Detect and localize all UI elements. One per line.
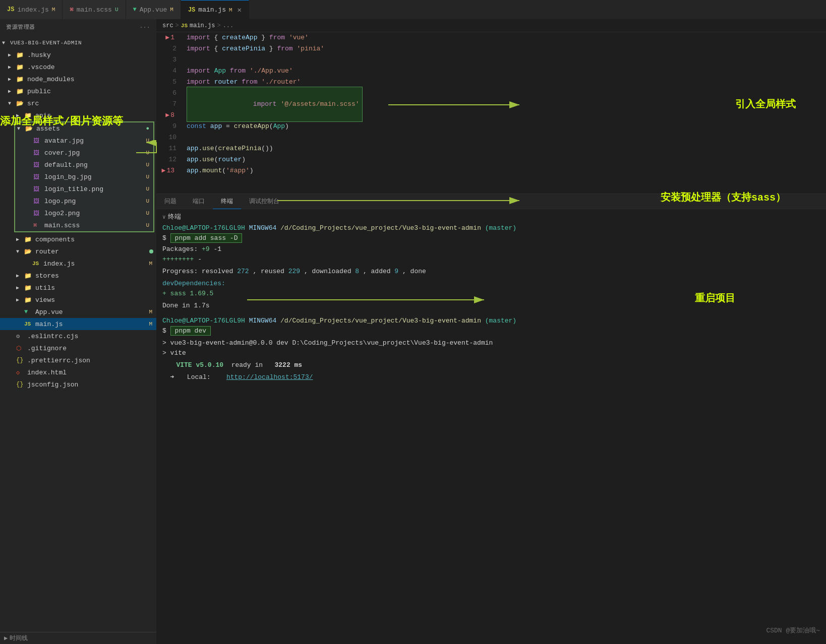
sidebar-item-login-title-png[interactable]: 🖼 login_title.png U bbox=[15, 183, 153, 195]
file-badge: U bbox=[146, 174, 149, 180]
terminal-output-1b: ++++++++ - bbox=[162, 254, 820, 265]
sidebar-item-assets[interactable]: 📂 assets ● bbox=[15, 122, 153, 135]
code-line-1: import { createApp } from 'vue' bbox=[187, 32, 826, 43]
chevron-right-icon bbox=[8, 76, 16, 82]
sidebar-item-eslint[interactable]: ⚙ .eslintrc.cjs bbox=[0, 330, 156, 342]
sidebar-item-index-html[interactable]: ◇ index.html bbox=[0, 366, 156, 378]
sidebar-item-default-png[interactable]: 🖼 default.png U bbox=[15, 159, 153, 171]
terminal-section-label: 终端 bbox=[168, 212, 181, 222]
terminal-cmd-line-1: $ pnpm add sass -D bbox=[162, 233, 820, 243]
tab-main-scss[interactable]: ⌘ main.scss U bbox=[63, 0, 126, 19]
file-badge: U bbox=[146, 162, 149, 168]
chevron-down-icon bbox=[8, 101, 16, 106]
sidebar-item-src[interactable]: 📂 src bbox=[0, 97, 156, 109]
terminal-cmd-line-2: $ pnpm dev bbox=[162, 326, 820, 336]
sidebar-item-stores[interactable]: 📁 stores bbox=[0, 270, 156, 282]
output-chain1: > vue3-big-event-admin@0.0.0 dev D:\Codi… bbox=[162, 339, 493, 347]
sidebar-item-logo2-png[interactable]: 🖼 logo2.png U bbox=[15, 207, 153, 219]
folder-label: .husky bbox=[27, 51, 156, 59]
output-comma2: , downloaded bbox=[304, 268, 355, 275]
close-icon[interactable]: ✕ bbox=[238, 6, 242, 14]
sidebar-item-login-bg-jpg[interactable]: 🖼 login_bg.jpg U bbox=[15, 171, 153, 183]
json-dot-icon: {} bbox=[16, 357, 25, 364]
tab-index-js[interactable]: JS index.js M bbox=[0, 0, 63, 19]
chevron-right-icon bbox=[16, 273, 24, 279]
panel-tab-ports[interactable]: 端口 bbox=[185, 194, 213, 209]
folder-label: views bbox=[35, 296, 156, 304]
sidebar-item-vscode[interactable]: 📁 .vscode bbox=[0, 61, 156, 73]
timeline-bar[interactable]: ▶ 时间线 bbox=[0, 632, 156, 644]
sidebar-item-views[interactable]: 📁 views bbox=[0, 294, 156, 306]
sidebar: 资源管理器 ··· VUE3-BIG-EVENT-ADMIN 📁 bbox=[0, 19, 156, 644]
folder-label: utils bbox=[35, 284, 156, 292]
sidebar-item-logo-png[interactable]: 🖼 logo.png U bbox=[15, 195, 153, 207]
terminal-mingw-2: MINGW64 bbox=[249, 317, 277, 325]
folder-label: node_modules bbox=[27, 76, 156, 83]
file-badge: U bbox=[146, 150, 149, 156]
dollar-sign-2: $ bbox=[162, 327, 170, 335]
panel-tab-problems[interactable]: 问题 bbox=[156, 194, 185, 209]
img-icon: 🖼 bbox=[33, 161, 42, 169]
terminal-output-2c: VITE v5.0.10 ready in 3222 ms bbox=[162, 360, 820, 370]
tree-root-item[interactable]: VUE3-BIG-EVENT-ADMIN bbox=[0, 37, 156, 49]
code-line-5: import router from './router' bbox=[187, 77, 826, 88]
chevron-right-icon bbox=[16, 285, 24, 291]
code-line-13: app.mount('#app') bbox=[187, 165, 826, 176]
chevron-down-icon bbox=[17, 126, 25, 132]
tab-main-js[interactable]: JS main.js M ✕ bbox=[181, 0, 249, 19]
code-line-4: import App from './App.vue' bbox=[187, 66, 826, 77]
sidebar-item-jsconfig[interactable]: {} jsconfig.json bbox=[0, 378, 156, 391]
sidebar-actions[interactable]: ··· bbox=[140, 24, 150, 30]
panel-tab-debug[interactable]: 调试控制台 bbox=[241, 194, 287, 209]
file-label: index.js bbox=[43, 260, 149, 268]
file-label: logo2.png bbox=[44, 210, 146, 217]
output-vite-text: VITE v5.0.10 bbox=[176, 361, 223, 369]
output-vite-label bbox=[162, 361, 170, 369]
breadcrumb-sep: > bbox=[175, 22, 179, 29]
img-icon: 🖼 bbox=[33, 185, 42, 193]
json-file-icon: {} bbox=[16, 381, 25, 388]
sidebar-item-prettierrc[interactable]: {} .prettierrc.json bbox=[0, 354, 156, 366]
chevron-right-icon bbox=[16, 236, 24, 242]
sidebar-item-utils[interactable]: 📁 utils bbox=[0, 282, 156, 294]
sidebar-item-main-js[interactable]: JS main.js M bbox=[0, 318, 156, 330]
breadcrumb-more: ... bbox=[223, 22, 234, 29]
badge-dot bbox=[149, 249, 153, 253]
folder-badge: ● bbox=[146, 125, 149, 132]
sidebar-item-components[interactable]: 📁 components bbox=[0, 233, 156, 245]
root-label: VUE3-BIG-EVENT-ADMIN bbox=[10, 40, 82, 46]
line-num-2: 2 bbox=[156, 43, 176, 54]
sidebar-item-main-scss[interactable]: ⌘ main.scss U bbox=[15, 219, 153, 231]
code-editor: ▶1 2 3 4 5 6 7 ▶8 9 10 11 12 ▶13 bbox=[156, 32, 826, 194]
breadcrumb-sep2: > bbox=[217, 22, 220, 29]
sidebar-item-cover-jpg[interactable]: 🖼 cover.jpg U bbox=[15, 147, 153, 159]
tab-app-vue[interactable]: ▼ App.vue M bbox=[126, 0, 181, 19]
line-num-10: 10 bbox=[156, 132, 176, 143]
output-done: , done bbox=[402, 268, 426, 275]
file-label: main.js bbox=[35, 320, 149, 328]
tab-label-active: main.js bbox=[198, 6, 226, 14]
sidebar-item-avatar-jpg[interactable]: 🖼 avatar.jpg U bbox=[15, 135, 153, 147]
sidebar-header: 资源管理器 ··· bbox=[0, 19, 156, 35]
sidebar-item-public[interactable]: 📁 public bbox=[0, 85, 156, 97]
sidebar-item-apis[interactable]: 📁 apis bbox=[0, 109, 156, 121]
tab-badge: M bbox=[52, 7, 55, 13]
output-sass-add: + sass 1.69.5 bbox=[162, 290, 213, 297]
output-done-time: Done in 1.7s bbox=[162, 302, 210, 309]
panel-tab-terminal[interactable]: 终端 bbox=[213, 194, 241, 209]
sidebar-item-app-vue[interactable]: ▼ App.vue M bbox=[0, 306, 156, 318]
chevron-right-icon: ▶ bbox=[4, 634, 8, 642]
code-line-3 bbox=[187, 54, 826, 66]
sidebar-item-gitignore[interactable]: ⬡ .gitignore bbox=[0, 342, 156, 354]
sidebar-item-node-modules[interactable]: 📁 node_modules bbox=[0, 73, 156, 85]
more-icon[interactable]: ··· bbox=[140, 24, 150, 30]
sidebar-item-router-index-js[interactable]: JS index.js M bbox=[0, 257, 156, 270]
sidebar-item-husky[interactable]: 📁 .husky bbox=[0, 49, 156, 61]
code-line-10 bbox=[187, 132, 826, 143]
terminal-prompt-1: Chloe@LAPTOP-176LGL9H MINGW64 /d/Coding_… bbox=[162, 223, 820, 233]
folder-open-icon: 📂 bbox=[16, 100, 25, 107]
code-line-11: app.use(createPinia()) bbox=[187, 143, 826, 154]
terminal-branch-2: (master) bbox=[485, 317, 516, 325]
sidebar-item-router[interactable]: 📂 router bbox=[0, 245, 156, 257]
img-icon: 🖼 bbox=[33, 173, 42, 181]
